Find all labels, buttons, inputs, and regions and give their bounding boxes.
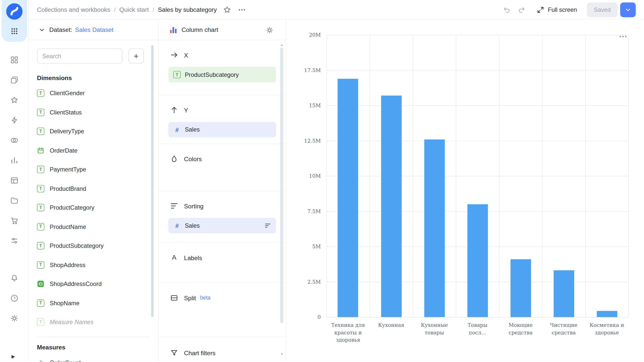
text-field-type-icon: T	[37, 261, 44, 268]
y-axis-tick-label: 7.5M	[307, 208, 321, 214]
help-icon[interactable]: ?	[7, 291, 22, 306]
colors-section: Colors	[159, 144, 286, 191]
expand-sidebar-arrow-icon[interactable]: ▶	[12, 354, 15, 359]
field-name: ShopAddressCoord	[50, 281, 102, 287]
search-input[interactable]	[37, 48, 122, 64]
x-axis-label: Товары посл…	[456, 322, 499, 344]
measure-item[interactable]: # OrderCount	[37, 353, 150, 362]
dimension-item[interactable]: T ShopName	[37, 293, 150, 313]
dimension-item[interactable]: T Measure Names	[37, 313, 150, 332]
datalens-logo[interactable]	[6, 3, 22, 20]
fullscreen-button[interactable]: Full screen	[537, 6, 577, 13]
field-name: PaymentType	[50, 166, 86, 173]
favorite-star-icon[interactable]	[221, 4, 233, 16]
gridline-horizontal	[327, 35, 628, 35]
split-section-label: Split	[184, 294, 196, 301]
bar-sales-5[interactable]	[554, 271, 574, 317]
marketplace-cart-icon[interactable]	[7, 213, 22, 228]
app-window: ? ▶ Collections and workbooks / Quick st…	[0, 0, 644, 362]
column-chart-icon	[170, 26, 176, 33]
labels-letter-icon: A	[170, 254, 178, 261]
services-sliders-icon[interactable]	[7, 233, 22, 248]
breadcrumb-separator: /	[114, 6, 116, 13]
dimension-item[interactable]: T ProductSubcategory	[37, 236, 150, 255]
undo-icon[interactable]	[501, 4, 513, 16]
tables-icon[interactable]	[7, 173, 22, 188]
sort-lines-icon	[170, 202, 178, 210]
text-field-type-icon: T	[37, 204, 44, 211]
dataset-label: Dataset:	[49, 26, 72, 33]
sort-direction-icon[interactable]	[264, 222, 271, 229]
all-services-grid-icon[interactable]	[8, 25, 20, 37]
add-field-button[interactable]: +	[128, 48, 144, 64]
chart-type-label[interactable]: Column chart	[181, 26, 218, 33]
sorting-field-chip[interactable]: # Sales	[168, 218, 276, 233]
breadcrumb-collections[interactable]: Collections and workbooks	[37, 6, 110, 13]
bar-sales-2[interactable]	[424, 139, 445, 317]
arrow-up-icon	[170, 106, 178, 114]
dimension-item[interactable]: T ClientGender	[37, 84, 150, 103]
field-name: ShopAddress	[50, 262, 85, 268]
breadcrumb-workbook[interactable]: Quick start	[119, 6, 149, 13]
ml-circles-icon[interactable]	[7, 133, 22, 148]
files-folder-icon[interactable]	[7, 193, 22, 208]
field-name: ProductName	[50, 223, 86, 230]
x-field-chip[interactable]: T ProductSubcategory	[168, 67, 276, 82]
rail-nav	[7, 52, 22, 248]
dimension-item[interactable]: T ProductCategory	[37, 198, 150, 217]
actions-dropdown-button[interactable]	[620, 2, 636, 17]
settings-gear-icon[interactable]	[7, 311, 22, 326]
editor-lightning-icon[interactable]	[7, 113, 22, 128]
arrow-right-icon	[170, 51, 178, 59]
x-axis-label: Кухонные товары	[413, 322, 456, 344]
favorites-star-icon[interactable]	[7, 93, 22, 107]
x-axis-section: X T ProductSubcategory	[159, 40, 286, 95]
bar-sales-0[interactable]	[338, 79, 358, 317]
y-field-chip[interactable]: # Sales	[168, 122, 276, 137]
dimension-item[interactable]: T ProductBrand	[37, 179, 150, 198]
bar-sales-1[interactable]	[381, 96, 401, 317]
breadcrumb-separator: /	[153, 6, 154, 13]
more-actions-ellipsis-icon[interactable]	[236, 4, 248, 16]
bar-sales-3[interactable]	[467, 204, 488, 317]
notifications-bell-icon[interactable]	[7, 271, 22, 285]
workbooks-icon[interactable]	[7, 73, 22, 87]
page-title: Sales by subcategory	[158, 6, 217, 13]
dimension-item[interactable]: T ClientStatus	[37, 103, 150, 122]
saved-button[interactable]: Saved	[587, 2, 618, 17]
config-scrollbar[interactable]	[280, 48, 283, 323]
chevron-down-icon[interactable]	[39, 26, 45, 33]
field-name: ProductBrand	[50, 185, 86, 192]
redo-icon[interactable]	[516, 4, 528, 16]
dimension-item[interactable]: T DeliveryType	[37, 122, 150, 141]
x-axis-label: Кухонная	[370, 322, 413, 344]
funnel-filter-icon	[170, 349, 178, 357]
chart-filters-label: Chart filters	[184, 349, 215, 356]
text-field-type-icon: T	[37, 299, 44, 307]
field-name: DeliveryType	[50, 128, 84, 135]
dataset-name-link[interactable]: Sales Dataset	[75, 26, 114, 33]
beta-badge: beta	[200, 294, 210, 300]
dashboards-grid-icon[interactable]	[7, 52, 22, 67]
scroll-up-icon[interactable]: ▲	[280, 43, 283, 47]
dataset-panel: Dataset: Sales Dataset + Dimensions T Cl…	[29, 20, 158, 362]
bar-sales-6[interactable]	[596, 311, 617, 317]
dimension-item[interactable]: T ShopAddress	[37, 255, 150, 274]
dimension-item[interactable]: T ProductName	[37, 217, 150, 236]
y-section-label: Y	[184, 106, 188, 113]
divider	[37, 337, 150, 337]
bar-sales-4[interactable]	[510, 259, 531, 317]
y-axis-tick-label: 17.5M	[304, 67, 321, 73]
dimension-item[interactable]: ShopAddressCoord	[37, 274, 150, 293]
charts-icon[interactable]	[7, 153, 22, 168]
field-name: OrderDate	[50, 147, 78, 154]
dimension-item[interactable]: T PaymentType	[37, 160, 150, 179]
chart-settings-gear-icon[interactable]	[264, 24, 275, 36]
scroll-down-icon[interactable]: ▼	[280, 353, 283, 356]
gridline-vertical	[542, 35, 543, 317]
number-field-type-icon: #	[173, 222, 181, 229]
dataset-scrollbar[interactable]	[151, 45, 154, 317]
dimension-item[interactable]: OrderDate	[37, 141, 150, 160]
field-name: ProductSubcategory	[50, 243, 104, 249]
y-axis-section: Y # Sales	[159, 95, 286, 144]
